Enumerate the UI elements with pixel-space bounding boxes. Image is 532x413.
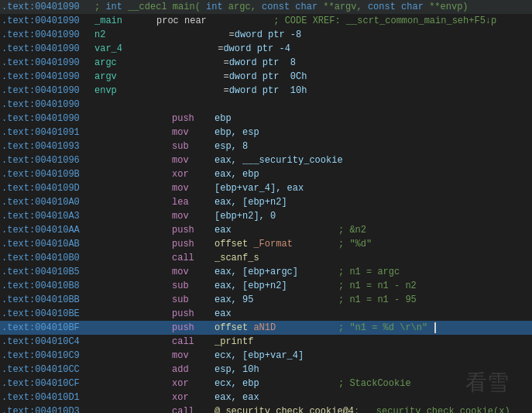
- label-spacer: [94, 239, 172, 250]
- label: envp: [94, 85, 156, 96]
- address: .text:004010C4: [2, 336, 94, 347]
- mnemonic: call: [172, 253, 215, 263]
- comment: ; int __cdecl main( int argc, const char…: [94, 2, 469, 12]
- operand: eax, [ebp+n2]: [215, 197, 287, 208]
- address: .text:004010C9: [2, 350, 94, 361]
- code-line: .text:00401090 n2 = dword ptr -8: [0, 28, 532, 42]
- operand: eax, [ebp+n2]: [215, 280, 338, 291]
- highlighted-code-line[interactable]: .text:004010BF push offset aN1D ; "n1 = …: [0, 321, 532, 335]
- operand: dword ptr -4: [223, 43, 290, 54]
- code-line: .text:00401090 push ebp: [0, 112, 532, 126]
- address: .text:004010D3: [2, 406, 94, 413]
- label: _main: [94, 15, 156, 26]
- label-spacer: [94, 308, 172, 319]
- operand: ebp, esp: [215, 127, 259, 138]
- operand: offset aN1D: [215, 322, 338, 333]
- address: .text:004010AB: [2, 239, 94, 250]
- mnemonic: =: [156, 57, 229, 68]
- operand: eax: [215, 308, 232, 319]
- operand: dword ptr 0Ch: [229, 71, 307, 82]
- code-line: .text:004010A0 lea eax, [ebp+n2]: [0, 195, 532, 209]
- code-view: .text:00401090 ; int __cdecl main( int a…: [0, 0, 532, 413]
- address: .text:004010CC: [2, 364, 94, 375]
- code-line: .text:004010C4 call _printf: [0, 335, 532, 349]
- address: .text:00401090: [2, 85, 94, 96]
- address: .text:00401090: [2, 15, 94, 26]
- code-line: .text:004010D1 xor eax, eax: [0, 391, 532, 404]
- mnemonic: push: [172, 113, 215, 124]
- address: .text:004010BE: [2, 308, 94, 319]
- operand: [ebp+var_4], eax: [215, 183, 304, 194]
- code-line: .text:0040109D mov [ebp+var_4], eax: [0, 181, 532, 195]
- label-spacer: [94, 225, 172, 236]
- comment: ; &n2: [338, 225, 366, 236]
- mnemonic: =: [156, 43, 223, 54]
- label-spacer: [94, 141, 172, 152]
- mnemonic: proc near: [156, 15, 207, 26]
- label-spacer: [94, 294, 172, 305]
- operand: @_security_check_cookie@4: [215, 406, 354, 413]
- operand: ecx, ebp: [215, 378, 338, 389]
- address: .text:004010BF: [2, 322, 94, 333]
- mnemonic: sub: [172, 141, 215, 152]
- operand: eax, eax: [215, 392, 259, 403]
- operand: eax, ebp: [215, 169, 259, 180]
- code-line: .text:004010AB push offset _Format ; "%d…: [0, 237, 532, 251]
- comment: ; __security_check_cookie(x): [354, 406, 510, 413]
- mnemonic: xor: [172, 378, 215, 389]
- address: .text:00401091: [2, 127, 94, 138]
- label-spacer: [94, 280, 172, 291]
- mnemonic: sub: [172, 280, 215, 291]
- mnemonic: =: [156, 85, 229, 96]
- address: .text:0040109B: [2, 169, 94, 180]
- label-spacer: [94, 406, 172, 413]
- label-spacer: [94, 392, 172, 403]
- operand: ecx, [ebp+var_4]: [215, 350, 304, 361]
- address: .text:00401090: [2, 71, 94, 82]
- mnemonic: mov: [172, 267, 215, 277]
- label-spacer: [94, 267, 172, 277]
- operand: offset _Format: [215, 239, 338, 250]
- operand: dword ptr 8: [229, 57, 296, 68]
- address: .text:004010B0: [2, 253, 94, 263]
- operand: _printf: [215, 336, 253, 347]
- address: .text:00401090: [2, 29, 94, 40]
- operand: dword ptr -8: [235, 29, 301, 40]
- comment: ; "n1 = %d \r\n": [338, 322, 427, 333]
- address: .text:004010AA: [2, 225, 94, 236]
- mnemonic: mov: [172, 211, 215, 222]
- operand: [ebp+n2], 0: [215, 211, 276, 222]
- code-line: .text:004010B0 call _scanf_s: [0, 251, 532, 265]
- operand: _scanf_s: [215, 253, 259, 263]
- label-spacer: [94, 169, 172, 180]
- address: .text:00401096: [2, 155, 94, 166]
- code-line: .text:004010A3 mov [ebp+n2], 0: [0, 209, 532, 223]
- code-line: .text:0040109B xor eax, ebp: [0, 167, 532, 181]
- address: .text:00401090: [2, 43, 94, 54]
- address: .text:00401090: [2, 99, 94, 110]
- label-spacer: [94, 155, 172, 166]
- label-spacer: [94, 322, 172, 333]
- label-spacer: [94, 350, 172, 361]
- mnemonic: call: [172, 406, 215, 413]
- code-line: .text:00401090 var_4 = dword ptr -4: [0, 42, 532, 56]
- code-line: .text:00401096 mov eax, ___security_cook…: [0, 153, 532, 167]
- address: .text:004010BB: [2, 294, 94, 305]
- code-line: .text:00401090 envp = dword ptr 10h: [0, 84, 532, 98]
- code-line: .text:00401090: [0, 98, 532, 112]
- mnemonic: =: [156, 29, 235, 40]
- comment: ; n1 = argc: [338, 267, 400, 277]
- label-spacer: [94, 336, 172, 347]
- address: .text:00401090: [2, 2, 94, 12]
- address: .text:004010A3: [2, 211, 94, 222]
- label-spacer: [94, 364, 172, 375]
- code-line: .text:004010AA push eax ; &n2: [0, 223, 532, 237]
- label-spacer: [94, 211, 172, 222]
- mnemonic: xor: [172, 169, 215, 180]
- code-line: .text:00401090 ; int __cdecl main( int a…: [0, 0, 532, 14]
- mnemonic: mov: [172, 155, 215, 166]
- mnemonic: push: [172, 239, 215, 250]
- operand: dword ptr 10h: [229, 85, 307, 96]
- comment: ; StackCookie: [338, 378, 411, 389]
- mnemonic: xor: [172, 392, 215, 403]
